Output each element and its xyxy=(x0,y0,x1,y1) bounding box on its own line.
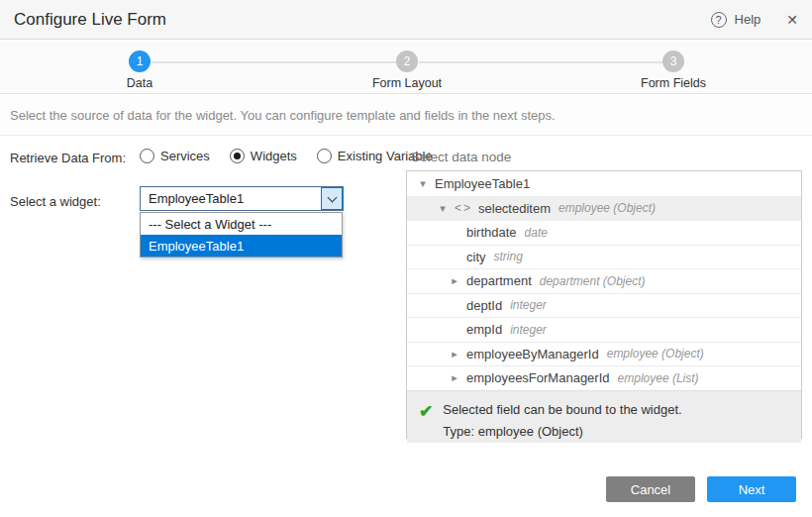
retrieve-data-from-label: Retrieve Data From: xyxy=(10,151,126,165)
tree-node-birthdate[interactable]: birthdate date xyxy=(407,220,801,245)
step-circle-data[interactable]: 1 xyxy=(129,51,151,72)
tree-node-label: employeeByManagerId xyxy=(466,347,599,362)
dropdown-option-placeholder[interactable]: --- Select a Widget --- xyxy=(141,213,342,235)
radio-widgets[interactable]: Widgets xyxy=(230,149,297,163)
page-title: Configure Live Form xyxy=(14,10,166,30)
tree-node-employeetable1[interactable]: ▾ EmployeeTable1 xyxy=(407,171,801,196)
dialog-header: Configure Live Form ? Help ✕ xyxy=(0,0,812,40)
tree-node-label: birthdate xyxy=(466,225,517,240)
tree-node-label: EmployeeTable1 xyxy=(435,176,530,191)
wizard-stepper: 1 2 3 Data Form Layout Form Fields xyxy=(0,41,812,94)
radio-circle-icon xyxy=(230,149,245,163)
tree-node-selecteditem[interactable]: ▾ <> selecteditem employee (Object) xyxy=(407,196,801,221)
dropdown-option-employeetable1[interactable]: EmployeeTable1 xyxy=(141,235,342,257)
tree-node-label: deptId xyxy=(466,298,502,313)
step-label-form-fields: Form Fields xyxy=(604,76,743,90)
tree-node-label: selecteditem xyxy=(478,201,551,216)
tree-node-type: employee (List) xyxy=(618,371,699,385)
collapse-arrow-icon[interactable]: ▾ xyxy=(437,202,449,215)
tree-node-type: department (Object) xyxy=(540,274,646,288)
data-source-radio-group: Services Widgets Existing Variable xyxy=(140,149,433,163)
widget-select-value: EmployeeTable1 xyxy=(141,191,321,206)
radio-widgets-label: Widgets xyxy=(251,149,297,163)
tree-node-type: date xyxy=(525,226,548,240)
radio-circle-icon xyxy=(317,149,332,163)
stepper-connector xyxy=(419,61,662,63)
expand-arrow-icon[interactable]: ▸ xyxy=(449,371,460,384)
tree-node-deptid[interactable]: deptId integer xyxy=(407,293,801,318)
widget-select[interactable]: EmployeeTable1 xyxy=(140,186,344,211)
radio-services-label: Services xyxy=(160,149,210,163)
cancel-button[interactable]: Cancel xyxy=(606,476,695,502)
select-widget-label: Select a widget: xyxy=(10,194,101,209)
widget-select-dropdown-button[interactable] xyxy=(321,187,343,210)
tree-node-label: employeesForManagerId xyxy=(466,370,610,385)
expand-arrow-icon[interactable]: ▸ xyxy=(449,274,460,287)
code-icon: <> xyxy=(455,201,472,215)
radio-services[interactable]: Services xyxy=(140,149,210,163)
data-node-tree: ▾ EmployeeTable1 ▾ <> selecteditem emplo… xyxy=(406,170,802,439)
step-label-form-layout: Form Layout xyxy=(338,76,476,90)
chevron-down-icon xyxy=(327,192,337,202)
collapse-arrow-icon[interactable]: ▾ xyxy=(417,177,429,190)
select-data-node-label: Select data node xyxy=(411,150,511,164)
check-icon: ✔ xyxy=(419,401,433,443)
tree-node-type: employee (Object) xyxy=(607,347,704,361)
tree-node-department[interactable]: ▸ department department (Object) xyxy=(407,268,801,293)
tree-node-type: string xyxy=(494,250,523,263)
close-icon[interactable]: ✕ xyxy=(786,12,798,28)
step-circle-form-layout[interactable]: 2 xyxy=(396,51,418,72)
tree-node-type: employee (Object) xyxy=(558,201,656,215)
step-label-data: Data xyxy=(70,76,209,90)
tree-node-label: department xyxy=(466,273,532,288)
help-link[interactable]: Help xyxy=(735,12,761,27)
tree-node-empid[interactable]: empId integer xyxy=(407,317,801,342)
widget-dropdown-list: --- Select a Widget --- EmployeeTable1 xyxy=(140,212,343,258)
tree-node-city[interactable]: city string xyxy=(407,245,801,269)
tree-node-label: empId xyxy=(466,322,502,337)
binding-status-line1: Selected field can be bound to the widge… xyxy=(443,399,681,421)
help-icon[interactable]: ? xyxy=(711,12,727,28)
tree-node-employeesformanagerid[interactable]: ▸ employeesForManagerId employee (List) xyxy=(407,365,801,390)
tree-node-employeebymanagerid[interactable]: ▸ employeeByManagerId employee (Object) xyxy=(407,342,801,366)
next-button[interactable]: Next xyxy=(707,476,796,502)
radio-circle-icon xyxy=(140,149,154,163)
stepper-connector xyxy=(152,61,396,63)
binding-status-line2: Type: employee (Object) xyxy=(443,421,681,443)
step-circle-form-fields[interactable]: 3 xyxy=(662,51,684,72)
tree-node-label: city xyxy=(466,250,486,264)
binding-status-message: ✔ Selected field can be bound to the wid… xyxy=(407,390,801,443)
tree-node-type: integer xyxy=(510,323,547,337)
expand-arrow-icon[interactable]: ▸ xyxy=(449,348,460,361)
step-description: Select the source of data for the widget… xyxy=(0,95,812,136)
tree-node-type: integer xyxy=(510,298,547,312)
